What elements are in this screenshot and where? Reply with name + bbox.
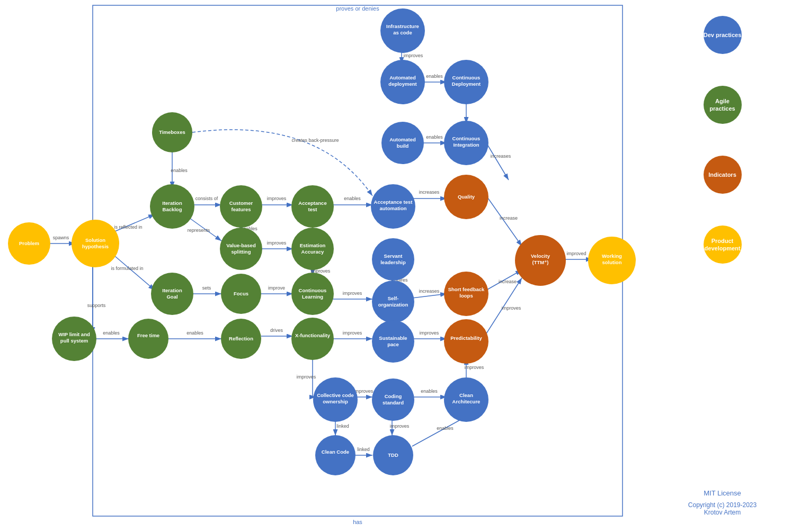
edge-quality-velocity — [486, 196, 522, 246]
edge-ci-quality — [486, 143, 509, 180]
edge-label-improves-xf: improves — [343, 330, 362, 336]
edge-so-sfl — [412, 294, 447, 298]
legend-circle-indicators: Indicators — [704, 156, 742, 194]
license-line2: Copyright (c) 2019-2023 — [688, 501, 757, 509]
edge-label-improves-cco: improves — [354, 389, 374, 394]
edge-label-enables-t: enables — [171, 168, 188, 173]
edge-label-enables-tdd: enables — [437, 426, 454, 431]
legend-label-indicators: Indicators — [708, 171, 736, 178]
node-clean-architecture — [444, 377, 488, 422]
edge-label-improves-cl: improves — [343, 291, 362, 296]
edge-label-improves-sp: improves — [420, 330, 439, 336]
legend-item-product-development: Product development — [704, 226, 742, 264]
node-iteration-goal — [151, 273, 193, 315]
legend-area: Dev practices Agile practices Indicators… — [636, 0, 809, 532]
node-predictability — [444, 319, 488, 364]
node-timeboxes — [152, 112, 192, 152]
node-tdd — [373, 435, 413, 475]
edge-label-improves-cs: improves — [390, 423, 410, 429]
has-label: has — [353, 519, 362, 525]
node-servant-leadership — [372, 238, 414, 281]
node-working-solution — [588, 237, 636, 284]
legend-item-agile-practices: Agile practices — [704, 86, 742, 124]
edge-tdd-cleanarch — [412, 417, 466, 446]
edge-label-enables-ft: enables — [186, 330, 203, 336]
edge-label-enables-cs: enables — [421, 389, 438, 394]
node-continuous-deployment — [444, 60, 488, 104]
legend-item-indicators: Indicators — [704, 156, 742, 194]
edge-label-createsbackpressure: creates back-pressure — [291, 138, 339, 143]
node-collective-code-ownership — [313, 377, 358, 422]
edge-label-improve-f: improve — [268, 285, 285, 291]
edge-label-increases-ata: increases — [419, 190, 440, 195]
node-reflection — [221, 319, 261, 359]
edge-label-enables-ab: enables — [426, 134, 443, 140]
edge-label-improves-ca: improves — [465, 365, 484, 370]
node-wip-limit — [52, 317, 96, 361]
edge-label-increases-so: increases — [419, 288, 440, 294]
legend-circle-agile-practices: Agile practices — [704, 86, 742, 124]
edge-label-improves-iac: improves — [404, 53, 423, 58]
node-sustainable-pace — [372, 320, 414, 363]
edge-label-isreflectedin: is reflected in — [114, 224, 142, 230]
edge-label-improves-v: improved — [566, 251, 586, 256]
node-short-feedback-loops — [444, 272, 488, 316]
node-focus — [221, 274, 261, 314]
edge-label-represents: represents — [188, 228, 210, 233]
node-velocity — [515, 235, 566, 286]
node-value-based-splitting — [220, 228, 262, 270]
node-clean-code — [315, 435, 355, 475]
legend-item-dev-practices: Dev practices — [704, 16, 742, 54]
node-free-time — [128, 319, 168, 359]
node-customer-features — [220, 185, 262, 228]
proves-or-denies-label: proves or denies — [336, 5, 379, 12]
node-self-organization — [372, 281, 414, 323]
edge-label-improves-xf2: improves — [297, 374, 316, 380]
edge-label-isformulatedin: is formulated in — [111, 266, 143, 271]
node-acceptance-test — [291, 185, 334, 228]
edge-label-improves-cf: improves — [267, 196, 287, 201]
edge-label-drives: drives — [270, 328, 283, 333]
node-x-functionality — [291, 318, 334, 360]
node-infrastructure-as-code — [380, 8, 425, 53]
edge-label-increase-sfl: increase — [499, 279, 517, 284]
legend-label-dev-practices: Dev practices — [704, 31, 742, 39]
edge-dashed-timeboxes-ata — [192, 130, 372, 196]
node-iteration-backlog — [150, 184, 194, 229]
legend-label-agile-practices: Agile practices — [704, 97, 742, 113]
edge-sol-itergoal — [111, 253, 155, 290]
legend-circle-dev-practices: Dev practices — [704, 16, 742, 54]
node-automated-build — [381, 122, 424, 164]
license-line3: Krotov Artem — [688, 509, 757, 516]
node-coding-standard — [372, 378, 414, 421]
node-quality — [444, 175, 488, 219]
node-problem — [8, 222, 50, 265]
node-acceptance-test-automation — [371, 184, 415, 229]
edge-label-spawns: spawns — [53, 235, 69, 240]
edge-label-increase-q: increase — [500, 215, 518, 221]
edge-label-sets: sets — [202, 285, 211, 291]
node-automated-deployment — [380, 60, 425, 104]
node-solution-hypothesis — [72, 220, 119, 267]
license-block: MIT License Copyright (c) 2019-2023 Krot… — [688, 489, 757, 532]
edge-label-consistsof: consists of — [195, 196, 218, 201]
edge-label-increases-ci: increases — [491, 154, 511, 159]
edge-label-supports: supports — [87, 303, 106, 308]
edge-label-enables-ad: enables — [426, 74, 443, 79]
node-continuous-integration — [444, 121, 488, 165]
diagram: proves or denies has spawns is reflected… — [0, 0, 636, 532]
edge-label-improves-pred: improves — [502, 305, 521, 311]
edge-label-enables-at: enables — [344, 196, 361, 201]
legend-circle-product-development: Product development — [704, 226, 742, 264]
edge-sol-iterbacklog — [111, 214, 155, 233]
edge-label-enables-wip: enables — [103, 330, 120, 336]
legend-label-product-development: Product development — [704, 237, 742, 253]
edge-label-linked-cco: linked — [336, 423, 349, 429]
edge-label-improves-vbs: improves — [267, 240, 287, 246]
node-continuous-learning — [291, 273, 334, 315]
node-estimation-accuracy — [291, 228, 334, 270]
license-line1: MIT License — [688, 489, 757, 497]
edge-label-linked-cc: linked — [357, 447, 370, 452]
